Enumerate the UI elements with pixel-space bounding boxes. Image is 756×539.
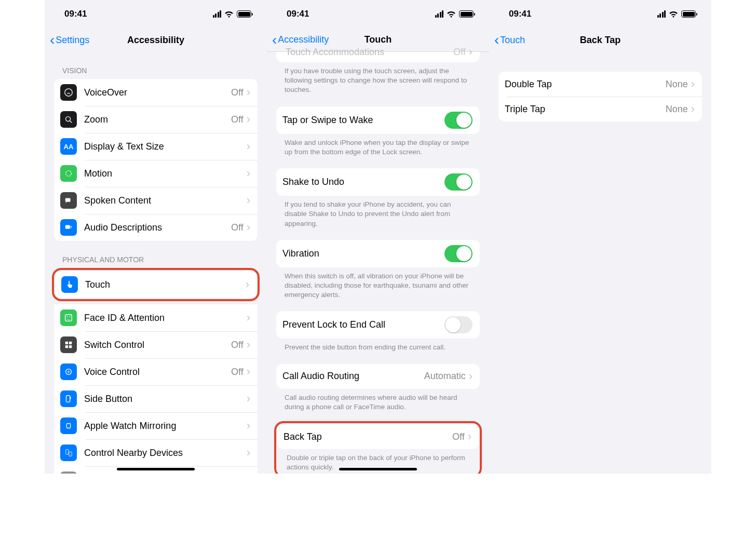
row-label: Spoken Content — [84, 195, 247, 206]
row-label: Zoom — [84, 114, 231, 125]
row-value: Off — [231, 87, 244, 98]
svg-point-8 — [67, 316, 68, 317]
callaudio-list: Call Audio Routing Automatic › — [276, 364, 480, 389]
wifi-icon — [224, 10, 234, 18]
chevron-left-icon: ‹ — [494, 33, 499, 47]
chevron-right-icon: › — [247, 393, 250, 405]
row-side-button[interactable]: Side Button › — [54, 385, 258, 412]
watch-icon — [60, 417, 77, 434]
section-header-vision: VISION — [45, 52, 267, 79]
text-size-icon: AA — [60, 138, 77, 155]
screen-back-tap: 09:41 ‹ Touch Back Tap Double Tap None ›… — [489, 0, 711, 474]
status-icons — [213, 10, 252, 18]
row-value: Off — [231, 222, 244, 233]
row-label: VoiceOver — [84, 87, 231, 98]
nav-header: ‹ Settings Accessibility — [45, 28, 267, 52]
preventlock-list: Prevent Lock to End Call — [276, 311, 480, 339]
row-voiceover[interactable]: VoiceOver Off › — [54, 79, 258, 106]
battery-icon — [237, 10, 251, 18]
back-label: Accessibility — [278, 34, 329, 45]
highlight-backtap: Back Tap Off › Double or triple tap on t… — [274, 421, 482, 474]
home-indicator[interactable] — [339, 468, 417, 470]
row-label: Display & Text Size — [84, 141, 247, 152]
backtap-list: Back Tap Off › — [277, 424, 479, 449]
row-faceid[interactable]: Face ID & Attention › — [54, 304, 258, 331]
shake-list: Shake to Undo — [276, 168, 480, 196]
row-switch-control[interactable]: Switch Control Off › — [54, 331, 258, 358]
chevron-right-icon: › — [469, 46, 473, 58]
status-bar: 09:41 — [267, 0, 489, 28]
zoom-icon — [60, 111, 77, 128]
row-shake-to-undo[interactable]: Shake to Undo — [276, 168, 480, 196]
svg-point-9 — [69, 316, 70, 317]
row-label: Control Nearby Devices — [84, 448, 247, 459]
section-header-physical: PHYSICAL AND MOTOR — [45, 241, 267, 268]
toggle-tap-to-wake[interactable] — [444, 112, 473, 129]
chevron-right-icon: › — [247, 87, 250, 98]
svg-line-2 — [70, 121, 72, 123]
row-label: Vibration — [282, 248, 444, 259]
cellular-icon — [435, 10, 444, 18]
row-audio-descriptions[interactable]: Audio Descriptions Off › — [54, 214, 258, 241]
row-label: Voice Control — [84, 367, 231, 378]
toggle-prevent-lock[interactable] — [444, 316, 473, 333]
row-value: Off — [231, 367, 244, 378]
home-indicator[interactable] — [117, 468, 195, 470]
vision-list: VoiceOver Off › Zoom Off › AA Display & … — [54, 79, 258, 241]
row-back-tap[interactable]: Back Tap Off › — [277, 424, 479, 449]
row-vibration[interactable]: Vibration — [276, 240, 480, 267]
back-button[interactable]: ‹ Accessibility — [272, 33, 329, 47]
svg-rect-4 — [65, 198, 71, 202]
row-label: Prevent Lock to End Call — [282, 319, 444, 330]
row-label: Tap or Swipe to Wake — [282, 115, 444, 126]
footer-accommodations: If you have trouble using the touch scre… — [267, 62, 489, 97]
row-motion[interactable]: Motion › — [54, 160, 258, 187]
row-label: Motion — [84, 168, 247, 179]
status-time: 09:41 — [64, 9, 87, 19]
chevron-right-icon: › — [247, 420, 250, 432]
status-icons — [435, 10, 474, 18]
chevron-right-icon: › — [691, 78, 695, 90]
chevron-right-icon: › — [247, 168, 250, 179]
row-zoom[interactable]: Zoom Off › — [54, 106, 258, 133]
row-touch-accommodations-partial[interactable]: Touch Accommodations Off › — [276, 52, 480, 62]
row-value: Off — [231, 114, 244, 125]
row-prevent-lock[interactable]: Prevent Lock to End Call — [276, 311, 480, 339]
back-button[interactable]: ‹ Touch — [494, 33, 525, 47]
row-value: Off — [452, 432, 465, 442]
footer-shake: If you tend to shake your iPhone by acci… — [267, 196, 489, 231]
toggle-shake-to-undo[interactable] — [444, 173, 473, 191]
status-bar: 09:41 — [489, 0, 711, 28]
row-value: Off — [231, 340, 244, 351]
chevron-right-icon: › — [469, 371, 473, 382]
row-voice-control[interactable]: Voice Control Off › — [54, 358, 258, 385]
row-value: Off — [453, 47, 466, 58]
tapwake-list: Tap or Swipe to Wake — [276, 106, 480, 134]
svg-point-0 — [65, 89, 72, 96]
svg-rect-19 — [69, 452, 72, 456]
svg-rect-13 — [69, 345, 72, 348]
row-label: Face ID & Attention — [84, 313, 247, 324]
row-triple-tap[interactable]: Triple Tap None › — [498, 97, 702, 122]
status-bar: 09:41 — [45, 0, 267, 28]
row-label: Apple Watch Mirroring — [84, 421, 247, 432]
row-call-audio-routing[interactable]: Call Audio Routing Automatic › — [276, 364, 480, 389]
svg-point-3 — [66, 171, 72, 177]
row-touch[interactable]: Touch › — [55, 271, 256, 298]
row-double-tap[interactable]: Double Tap None › — [498, 72, 702, 97]
wifi-icon — [669, 10, 678, 18]
row-nearby-devices[interactable]: Control Nearby Devices › — [54, 439, 258, 466]
chevron-right-icon: › — [247, 366, 250, 378]
toggle-vibration[interactable] — [444, 245, 473, 262]
back-button[interactable]: ‹ Settings — [50, 33, 89, 47]
back-label: Touch — [500, 35, 525, 46]
row-watch-mirroring[interactable]: Apple Watch Mirroring › — [54, 412, 258, 439]
backtap-options-list: Double Tap None › Triple Tap None › — [498, 72, 702, 122]
cellular-icon — [213, 10, 222, 18]
row-label: Touch — [85, 279, 246, 290]
row-spoken-content[interactable]: Spoken Content › — [54, 187, 258, 214]
row-tap-to-wake[interactable]: Tap or Swipe to Wake — [276, 106, 480, 134]
audio-descriptions-icon — [60, 219, 77, 236]
voiceover-icon — [60, 84, 77, 101]
row-display-text-size[interactable]: AA Display & Text Size › — [54, 133, 258, 160]
